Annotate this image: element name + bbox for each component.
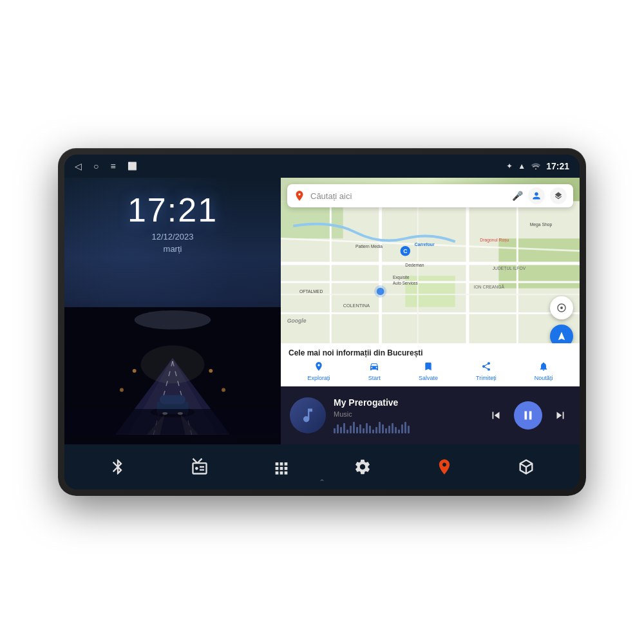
nav-menu-icon[interactable]: ≡ xyxy=(110,161,115,171)
svg-text:Google: Google xyxy=(287,317,307,324)
map-search-bar[interactable]: Căutați aici 🎤 xyxy=(287,184,573,207)
explore-label: Explorați xyxy=(308,375,330,381)
waveform-bar xyxy=(385,428,387,433)
apps-grid-icon xyxy=(269,454,294,480)
music-note-icon xyxy=(299,406,317,424)
music-title: My Prerogative xyxy=(334,397,478,408)
waveform-bar xyxy=(379,422,381,433)
svg-text:COLENTINA: COLENTINA xyxy=(343,303,370,308)
map-section[interactable]: C Pattern Media Carrefour Dragonul Roșu … xyxy=(281,178,580,386)
waveform-bar xyxy=(395,427,397,433)
svg-rect-18 xyxy=(64,409,281,435)
map-layers-fab[interactable] xyxy=(550,296,573,319)
svg-text:Carrefour: Carrefour xyxy=(415,242,435,247)
nav-apps[interactable] xyxy=(269,454,294,480)
start-label: Start xyxy=(368,375,381,381)
svg-text:OFTALMED: OFTALMED xyxy=(299,289,323,294)
svg-point-17 xyxy=(141,346,205,384)
google-maps-logo xyxy=(294,190,305,202)
music-waveform-bars xyxy=(334,422,478,433)
svg-text:Mega Shop: Mega Shop xyxy=(530,222,553,227)
nav-radio[interactable] xyxy=(187,454,213,480)
waveform-bar xyxy=(359,424,361,433)
settings-gear-icon xyxy=(350,454,375,480)
clock-date: 12/12/2023 xyxy=(128,232,218,242)
status-time: 17:21 xyxy=(546,161,569,171)
lock-screen-panel: 17:21 12/12/2023 marți xyxy=(64,178,281,444)
waveform-bar xyxy=(408,426,410,433)
svg-point-9 xyxy=(222,388,225,392)
svg-point-7 xyxy=(120,388,124,392)
bluetooth-status-icon: ✦ xyxy=(506,162,513,171)
waveform-bar xyxy=(398,430,400,433)
svg-text:Exquisite: Exquisite xyxy=(393,275,410,280)
car-scene-container xyxy=(64,298,281,444)
device-screen: ◁ ○ ≡ ⬜ ✦ ▲ 17:21 xyxy=(64,155,580,489)
map-nav-tabs: Explorați Start xyxy=(289,361,572,384)
status-bar: ◁ ○ ≡ ⬜ ✦ ▲ 17:21 xyxy=(64,155,580,178)
map-tab-explore[interactable]: Explorați xyxy=(308,361,330,381)
waveform-bar xyxy=(404,422,406,433)
right-panel: C Pattern Media Carrefour Dragonul Roșu … xyxy=(281,178,580,444)
saved-label: Salvate xyxy=(419,375,438,381)
google-maps-icon xyxy=(431,454,457,480)
status-indicators: ✦ ▲ 17:21 xyxy=(506,161,569,171)
map-info-title: Cele mai noi informații din București xyxy=(289,348,572,357)
nav-settings[interactable] xyxy=(350,454,375,480)
saved-icon xyxy=(423,361,433,374)
nav-back-icon[interactable]: ◁ xyxy=(75,161,82,171)
map-info-bar: Cele mai noi informații din București Ex… xyxy=(281,343,580,386)
wifi-icon xyxy=(531,162,541,171)
music-next-button[interactable] xyxy=(550,405,571,426)
music-play-pause-button[interactable] xyxy=(514,401,542,430)
waveform-bar xyxy=(353,422,355,433)
layers-icon[interactable] xyxy=(550,187,567,204)
wifi-status-icon: ▲ xyxy=(518,162,526,171)
map-fab-buttons xyxy=(550,296,573,348)
waveform-bar xyxy=(388,426,390,433)
waveform-bar xyxy=(356,427,358,433)
music-album-art xyxy=(290,397,326,433)
map-tab-saved[interactable]: Salvate xyxy=(419,361,438,381)
clock-time: 17:21 xyxy=(128,191,218,229)
svg-text:Pattern Media: Pattern Media xyxy=(355,244,383,249)
explore-icon xyxy=(314,361,324,374)
waveform-bar xyxy=(372,430,374,433)
music-info: My Prerogative Music xyxy=(334,397,478,433)
waveform-bar xyxy=(366,423,368,433)
svg-point-1 xyxy=(135,310,211,330)
map-tab-share[interactable]: Trimiteți xyxy=(476,361,497,381)
car-tunnel-svg xyxy=(64,298,281,444)
map-tab-updates[interactable]: Noutăți xyxy=(535,361,553,381)
music-prev-button[interactable] xyxy=(486,405,506,426)
mic-icon[interactable]: 🎤 xyxy=(512,191,523,201)
nav-bluetooth[interactable] xyxy=(105,454,131,480)
start-icon xyxy=(369,361,379,374)
cube-3d-icon xyxy=(513,454,539,480)
svg-text:ION CREANGĂ: ION CREANGĂ xyxy=(474,284,505,289)
svg-text:Dedeman: Dedeman xyxy=(405,263,424,267)
scroll-up-chevron: ⌃ xyxy=(319,478,325,487)
waveform-bar xyxy=(382,424,384,433)
nav-home-icon[interactable]: ○ xyxy=(93,161,99,171)
waveform-bar xyxy=(363,428,365,433)
nav-google-maps[interactable] xyxy=(431,454,457,480)
svg-rect-12 xyxy=(160,395,185,404)
updates-icon xyxy=(538,361,549,374)
map-tab-start[interactable]: Start xyxy=(368,361,381,381)
waveform-bar xyxy=(343,423,345,433)
main-content: 17:21 12/12/2023 marți xyxy=(64,178,580,444)
svg-point-47 xyxy=(374,285,386,298)
waveform-bar xyxy=(334,428,336,433)
updates-label: Noutăți xyxy=(535,375,553,381)
music-controls xyxy=(486,401,571,430)
nav-3d-cube[interactable] xyxy=(513,454,539,480)
waveform-bar xyxy=(401,424,403,433)
nav-screenshot-icon[interactable]: ⬜ xyxy=(128,162,137,171)
map-search-actions: 🎤 xyxy=(512,187,567,204)
map-search-placeholder: Căutați aici xyxy=(310,191,507,201)
account-icon[interactable] xyxy=(528,187,545,204)
share-label: Trimiteți xyxy=(476,375,497,381)
bottom-navigation: ⌃ xyxy=(64,444,580,489)
nav-buttons: ◁ ○ ≡ ⬜ xyxy=(75,161,137,171)
